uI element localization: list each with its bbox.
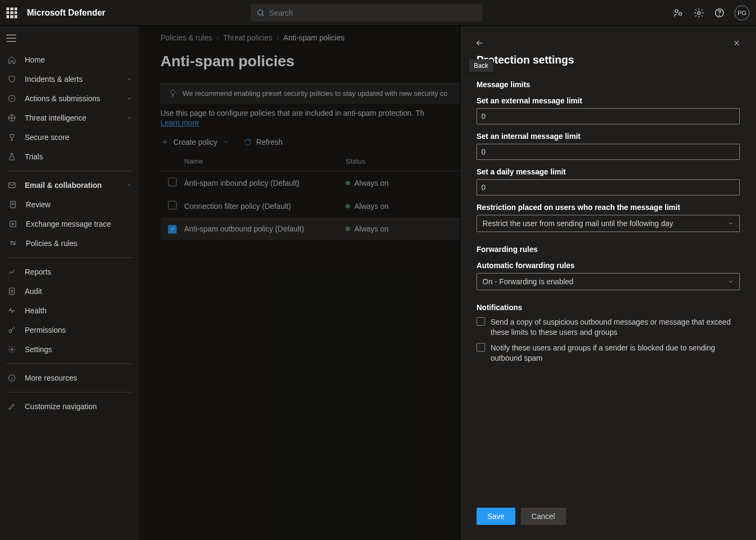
sidebar-item-policies-rules[interactable]: Policies & rules [0,234,139,253]
refresh-label: Refresh [256,138,283,146]
sidebar-item-customize[interactable]: Customize navigation [0,397,139,416]
sidebar-item-label: Trials [25,152,43,161]
sidebar-item-label: Secure score [25,133,69,142]
row-checkbox[interactable] [168,201,177,209]
svg-point-4 [698,11,701,14]
sidebar-item-health[interactable]: Health [0,301,139,320]
panel-title: Protection settings [477,54,740,66]
input-internal-limit[interactable] [477,144,740,160]
sidebar-item-label: Settings [25,345,52,354]
row-name: Connection filter policy (Default) [184,202,346,211]
sidebar-item-message-trace[interactable]: Exchange message trace [0,214,139,234]
info-icon [6,373,17,383]
user-avatar[interactable]: PG [734,5,750,20]
input-daily-limit[interactable] [477,179,740,195]
settings-gear-icon[interactable] [694,8,704,18]
select-forwarding[interactable]: On - Forwarding is enabled [477,273,740,290]
row-status: Always on [354,225,389,233]
save-button[interactable]: Save [477,508,515,525]
sidebar-section-email[interactable]: Email & collaboration [0,176,139,195]
chevron-down-icon [727,278,734,285]
chevron-up-icon [126,182,132,188]
sidebar-item-secure-score[interactable]: Secure score [0,128,139,147]
sidebar-item-label: More resources [25,374,77,382]
sidebar-item-reports[interactable]: Reports [0,262,139,282]
label-notify-blocked: Notify these users and groups if a sende… [491,343,740,363]
protection-settings-panel: Back Protection settings Message limits … [460,26,756,540]
checkbox-notify-blocked[interactable] [477,343,485,352]
select-restriction[interactable]: Restrict the user from sending mail unti… [477,215,740,232]
refresh-button[interactable]: Refresh [243,138,283,146]
recommendation-text: We recommend enabling preset security po… [183,89,447,97]
sidebar-item-audit[interactable]: Audit [0,282,139,301]
chevron-down-icon [727,220,734,227]
sidebar-item-home[interactable]: Home [0,50,139,69]
sidebar-item-label: Actions & submissions [25,94,100,103]
row-checkbox[interactable] [168,178,177,186]
column-name[interactable]: Name [184,157,346,165]
svg-point-6 [719,15,720,15]
sidebar-item-label: Review [26,200,51,209]
status-dot-icon [346,227,350,231]
search-icon [256,9,265,17]
create-policy-button[interactable]: Create policy [160,138,230,146]
svg-point-3 [679,12,682,15]
key-icon [6,325,17,335]
sidebar-item-label: Audit [25,287,42,296]
row-status: Always on [354,179,389,187]
checkbox-send-copy[interactable] [477,317,485,326]
app-launcher-icon[interactable] [6,8,17,18]
sidebar-item-incidents[interactable]: Incidents & alerts [0,69,139,89]
select-forwarding-value: On - Forwarding is enabled [482,277,573,286]
sidebar-item-more[interactable]: More resources [0,368,139,388]
sidebar-item-label: Email & collaboration [25,181,102,190]
sidebar-item-label: Policies & rules [26,239,78,248]
hamburger-icon[interactable] [0,31,139,47]
row-name: Anti-spam inbound policy (Default) [184,179,346,187]
label-send-copy: Send a copy of suspicious outbound messa… [491,317,740,338]
mail-icon [6,180,17,191]
actions-icon [6,93,17,104]
sidebar-item-review[interactable]: Review [0,195,139,214]
health-icon [6,305,17,316]
sidebar-item-trials[interactable]: Trials [0,147,139,166]
svg-line-1 [262,15,264,16]
search-input[interactable] [269,9,477,17]
back-tooltip: Back [469,59,493,72]
crumb-policies[interactable]: Policies & rules [160,33,212,42]
chevron-down-icon [222,138,230,146]
row-checkbox[interactable] [168,225,177,234]
sidebar-item-permissions[interactable]: Permissions [0,320,139,340]
crumb-threat[interactable]: Threat policies [223,33,272,42]
chevron-down-icon [126,76,132,82]
sidebar: Home Incidents & alerts Actions & submis… [0,26,139,540]
community-icon[interactable] [673,8,684,18]
cancel-button[interactable]: Cancel [521,508,566,525]
close-button[interactable] [729,36,744,51]
svg-point-23 [9,329,12,332]
audit-icon [6,286,17,297]
label-internal-limit: Set an internal message limit [477,132,740,141]
sidebar-item-actions[interactable]: Actions & submissions [0,89,139,108]
svg-rect-21 [9,288,14,294]
app-title: Microsoft Defender [27,8,106,18]
label-forwarding: Automatic forwarding rules [477,261,740,270]
sidebar-item-label: Exchange message trace [26,220,111,228]
sidebar-item-label: Home [25,55,45,64]
help-icon[interactable] [714,8,725,18]
status-dot-icon [346,181,350,185]
sidebar-item-settings[interactable]: Settings [0,340,139,359]
column-status[interactable]: Status [346,157,426,165]
sidebar-item-threat-intel[interactable]: Threat intelligence [0,108,139,128]
review-icon [8,199,18,210]
input-external-limit[interactable] [477,108,740,124]
section-message-limits: Message limits [477,80,740,89]
svg-point-24 [11,348,13,350]
back-button[interactable] [472,36,487,51]
section-forwarding: Forwarding rules [477,245,740,254]
search-box[interactable] [251,4,482,22]
label-daily-limit: Set a daily message limit [477,167,740,176]
create-policy-label: Create policy [173,138,218,146]
learn-more-link[interactable]: Learn more [160,118,199,127]
gear-icon [6,344,17,355]
